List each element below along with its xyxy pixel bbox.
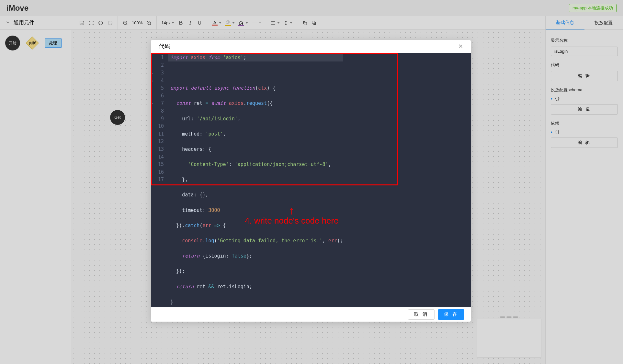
line-gutter: 12▸3▸456▸7891011121314151617 [151, 53, 168, 307]
code-editor[interactable]: 12▸3▸456▸7891011121314151617 import axio… [151, 53, 471, 307]
modal-title: 代码 [159, 42, 170, 50]
cancel-button[interactable]: 取 消 [408, 309, 435, 320]
save-button[interactable]: 保 存 [438, 309, 464, 320]
close-icon[interactable]: ✕ [458, 43, 463, 50]
code-modal: 代码 ✕ 12▸3▸456▸7891011121314151617 import… [151, 40, 471, 322]
code-content[interactable]: import axios from 'axios'; export defaul… [168, 53, 345, 307]
